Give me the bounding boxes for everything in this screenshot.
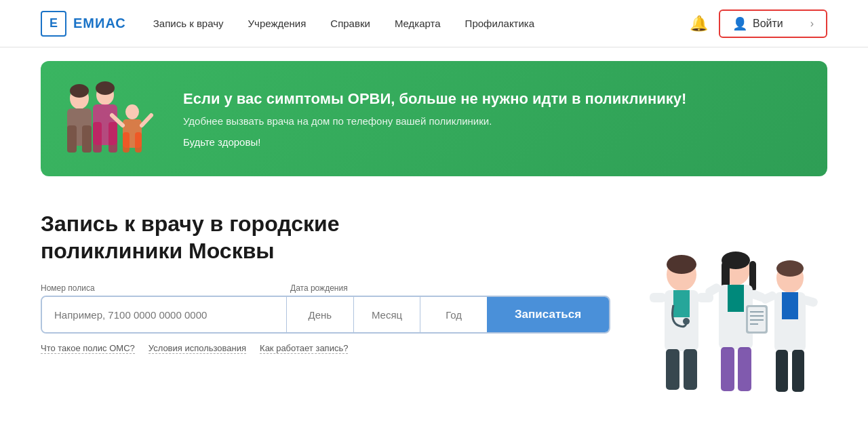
conditions-link[interactable]: Условия использования [149, 343, 246, 354]
svg-rect-20 [673, 290, 690, 317]
svg-rect-34 [738, 347, 751, 391]
svg-line-15 [142, 115, 151, 125]
year-input[interactable] [420, 297, 487, 332]
header-right: 🔔 👤 Войти › [690, 9, 827, 38]
svg-rect-32 [728, 285, 744, 312]
svg-rect-7 [93, 122, 102, 153]
svg-rect-33 [721, 347, 734, 391]
svg-rect-47 [782, 292, 798, 319]
person-icon: 👤 [732, 16, 747, 31]
header: Е ЕМИАС Запись к врачу Учреждения Справк… [0, 0, 868, 47]
month-input[interactable] [354, 297, 420, 332]
svg-rect-2 [67, 125, 77, 153]
bell-icon[interactable]: 🔔 [690, 15, 708, 33]
svg-rect-49 [792, 350, 804, 392]
banner: Если у вас симптомы ОРВИ, больше не нужн… [41, 61, 827, 176]
page-title: Запись к врачу в городские поликлиники М… [41, 210, 380, 264]
how-works-link[interactable]: Как работает запись? [260, 343, 348, 354]
svg-rect-21 [666, 349, 679, 390]
svg-rect-48 [776, 350, 788, 392]
svg-point-44 [776, 260, 804, 277]
svg-point-9 [96, 81, 115, 95]
svg-rect-3 [82, 125, 92, 153]
nav-spravki[interactable]: Справки [330, 18, 370, 29]
nav-medkarta[interactable]: Медкарта [395, 18, 441, 29]
nav-zapis[interactable]: Запись к врачу [153, 18, 224, 29]
banner-subtitle: Удобнее вызвать врача на дом по телефону… [183, 115, 800, 127]
arrow-right-icon: › [810, 18, 814, 30]
day-input[interactable] [287, 297, 353, 332]
doctors-illustration [624, 210, 827, 414]
banner-text: Если у вас симптомы ОРВИ, больше не нужн… [183, 76, 800, 162]
form-section: Запись к врачу в городские поликлиники М… [41, 210, 610, 354]
nav-profilaktika[interactable]: Профилактика [465, 18, 535, 29]
form-links: Что такое полис ОМС? Условия использован… [41, 343, 610, 354]
svg-point-17 [667, 255, 696, 274]
banner-illustration [41, 61, 170, 176]
what-polisy-link[interactable]: Что такое полис ОМС? [41, 343, 135, 354]
svg-rect-22 [684, 349, 697, 390]
main-nav: Запись к врачу Учреждения Справки Медкар… [153, 18, 690, 29]
logo-icon: Е [41, 11, 66, 37]
banner-title: Если у вас симптомы ОРВИ, больше не нужн… [183, 89, 800, 109]
svg-point-10 [125, 104, 139, 119]
polisy-input[interactable] [42, 297, 286, 332]
banner-footer: Будьте здоровы! [183, 136, 800, 148]
svg-rect-13 [135, 132, 142, 153]
logo[interactable]: Е ЕМИАС [41, 11, 126, 37]
login-button[interactable]: 👤 Войти › [719, 9, 827, 38]
form-row: Записаться [41, 296, 610, 334]
form-labels: Номер полиса Дата рождения [41, 283, 610, 293]
logo-text: ЕМИАС [73, 16, 126, 31]
dob-label: Дата рождения [290, 283, 348, 293]
svg-rect-23 [650, 293, 666, 302]
login-label: Войти [753, 18, 783, 30]
svg-point-25 [683, 318, 690, 325]
svg-rect-12 [123, 132, 130, 153]
nav-uchrezhdeniya[interactable]: Учреждения [248, 18, 307, 29]
svg-rect-8 [108, 122, 117, 153]
register-button[interactable]: Записаться [487, 297, 609, 332]
svg-point-4 [70, 84, 89, 98]
polisy-label: Номер полиса [41, 283, 285, 293]
main-content: Запись к врачу в городские поликлиники М… [0, 190, 868, 421]
